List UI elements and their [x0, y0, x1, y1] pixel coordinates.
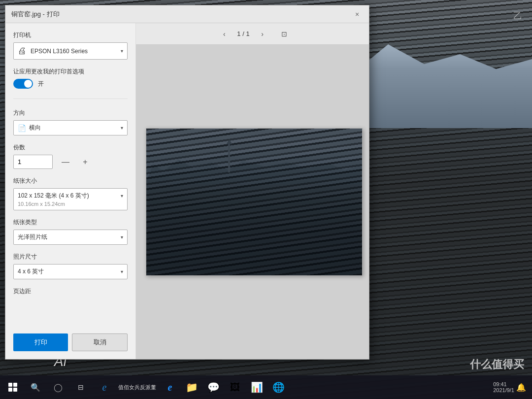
taskbar-edge-button[interactable]: e	[159, 376, 181, 398]
explorer-icon: 📁	[186, 381, 198, 393]
orientation-value: 横向	[29, 124, 118, 132]
copies-decrement-button[interactable]: —	[59, 155, 72, 169]
wechat-icon: 💬	[207, 381, 220, 393]
taskbar-time: 09:412021/9/1	[493, 381, 514, 393]
dialog-body: 打印机 🖨 EPSON L3160 Series ▾ 让应用更改我的打印首选项 …	[5, 23, 369, 359]
orientation-dropdown[interactable]: 📄 横向 ▾	[13, 120, 128, 135]
copies-row: — +	[13, 155, 128, 169]
orientation-arrow-icon: ▾	[121, 125, 123, 131]
photos-icon: 🖼	[230, 382, 240, 393]
taskbar-wechat-button[interactable]: 💬	[202, 376, 224, 398]
bottom-buttons: 打印 取消	[13, 330, 128, 351]
orientation-icon: 📄	[18, 124, 26, 132]
taskbar-left: 🔍 ◯ ⊟	[2, 376, 92, 398]
taskbar-ie-button[interactable]: e	[94, 376, 115, 398]
paper-size-label: 纸张大小	[13, 177, 128, 185]
start-button[interactable]	[2, 376, 24, 398]
close-button[interactable]: ×	[351, 8, 363, 20]
paper-type-dropdown[interactable]: 光泽照片纸 ▾	[13, 230, 128, 245]
paper-size-arrow-icon: ▾	[121, 193, 123, 199]
text-app-label: 值佰女兵反派董	[118, 384, 156, 391]
orientation-section: 方向 📄 横向 ▾	[13, 109, 128, 135]
photo-size-label: 照片尺寸	[13, 253, 128, 261]
cortana-button[interactable]: ◯	[47, 376, 69, 398]
dialog-titlebar: 铜官窑.jpg - 打印 ×	[5, 5, 369, 23]
taskbar-app1-button[interactable]: 📊	[246, 376, 267, 398]
taskbar: 🔍 ◯ ⊟ e 值佰女兵反派董 e 📁 💬	[0, 375, 532, 399]
app2-icon: 🌐	[272, 381, 285, 393]
preview-photo	[146, 129, 362, 275]
paper-size-main-text: 102 x 152 毫米 (4 x 6 英寸)	[18, 192, 121, 200]
preview-paper	[146, 128, 363, 276]
dialog-title: 铜官窑.jpg - 打印	[11, 10, 60, 19]
taskbar-photos-button[interactable]: 🖼	[224, 376, 246, 398]
toggle-row: 开	[13, 79, 128, 89]
taskbar-explorer-button[interactable]: 📁	[181, 376, 202, 398]
task-view-icon: ⊟	[78, 383, 84, 391]
search-icon: 🔍	[31, 383, 40, 392]
edge-icon: e	[168, 382, 172, 393]
notification-icon: 🔔	[516, 383, 526, 392]
printer-arrow-icon: ▾	[121, 48, 123, 54]
app1-icon: 📊	[251, 381, 263, 393]
prev-page-button[interactable]: ‹	[217, 27, 231, 41]
fullscreen-button[interactable]: ⊡	[277, 27, 291, 41]
copies-input[interactable]	[13, 155, 53, 169]
preview-toolbar: ‹ 1 / 1 › ⊡	[136, 23, 369, 45]
margin-label: 页边距	[13, 287, 128, 296]
photo-rooftops	[146, 129, 362, 275]
paper-size-section: 纸张大小 102 x 152 毫米 (4 x 6 英寸) ▾ 10.16cm x…	[13, 177, 128, 210]
printer-section: 打印机 🖨 EPSON L3160 Series ▾	[13, 31, 128, 60]
paper-size-dropdown[interactable]: 102 x 152 毫米 (4 x 6 英寸) ▾ 10.16cm x 15.2…	[13, 188, 128, 210]
ie-icon: e	[102, 382, 107, 393]
app-settings-label: 让应用更改我的打印首选项	[13, 67, 128, 76]
next-page-button[interactable]: ›	[256, 27, 269, 41]
dialog-overlay: 铜官窑.jpg - 打印 × 打印机 🖨 EPSON L3160 Series …	[0, 0, 532, 375]
photo-size-arrow-icon: ▾	[121, 269, 123, 274]
printer-icon: 🖨	[18, 46, 27, 56]
taskbar-right: 09:412021/9/1 🔔	[493, 381, 530, 393]
orientation-label: 方向	[13, 109, 128, 117]
photo-size-section: 照片尺寸 4 x 6 英寸 ▾	[13, 253, 128, 279]
copies-label: 份数	[13, 143, 128, 152]
right-panel: ‹ 1 / 1 › ⊡	[136, 23, 369, 359]
print-dialog: 铜官窑.jpg - 打印 × 打印机 🖨 EPSON L3160 Series …	[5, 5, 369, 360]
cancel-button[interactable]: 取消	[72, 333, 128, 351]
photo-size-dropdown[interactable]: 4 x 6 英寸 ▾	[13, 264, 128, 279]
printer-dropdown[interactable]: 🖨 EPSON L3160 Series ▾	[13, 42, 128, 60]
margin-section: 页边距	[13, 287, 128, 299]
photo-tower	[228, 143, 230, 173]
printer-name: EPSON L3160 Series	[31, 48, 117, 55]
paper-type-section: 纸张类型 光泽照片纸 ▾	[13, 218, 128, 245]
taskbar-app2-button[interactable]: 🌐	[267, 376, 289, 398]
app-settings-toggle[interactable]	[13, 79, 33, 89]
app-settings-section: 让应用更改我的打印首选项 开	[13, 67, 128, 89]
preview-area	[136, 45, 369, 359]
paper-size-main-row: 102 x 152 毫米 (4 x 6 英寸) ▾	[18, 192, 123, 200]
copies-section: 份数 — +	[13, 143, 128, 169]
photo-size-value: 4 x 6 英寸	[18, 267, 118, 276]
printer-label: 打印机	[13, 31, 128, 39]
taskbar-text-app[interactable]: 值佰女兵反派董	[115, 376, 159, 398]
search-button[interactable]: 🔍	[25, 376, 46, 398]
divider-1	[13, 99, 128, 99]
paper-type-arrow-icon: ▾	[121, 234, 123, 240]
left-panel: 打印机 🖨 EPSON L3160 Series ▾ 让应用更改我的打印首选项 …	[5, 23, 136, 359]
paper-size-sub-text: 10.16cm x 15.24cm	[18, 201, 123, 207]
windows-logo-icon	[8, 383, 17, 392]
paper-type-label: 纸张类型	[13, 218, 128, 227]
cortana-icon: ◯	[54, 383, 63, 392]
copies-increment-button[interactable]: +	[78, 155, 92, 169]
page-indicator: 1 / 1	[237, 30, 249, 37]
task-view-button[interactable]: ⊟	[70, 376, 92, 398]
toggle-state-label: 开	[38, 80, 44, 88]
taskbar-apps: e 值佰女兵反派董 e 📁 💬 🖼 📊 🌐	[94, 376, 289, 398]
paper-type-value: 光泽照片纸	[18, 233, 118, 241]
print-button[interactable]: 打印	[13, 333, 68, 351]
